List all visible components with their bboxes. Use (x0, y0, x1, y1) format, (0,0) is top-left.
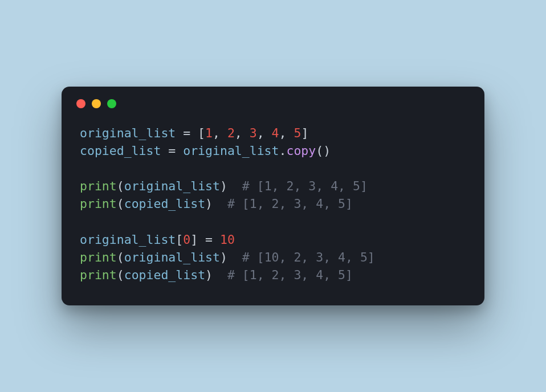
code-token: ) (220, 250, 242, 264)
code-token: 0 (183, 232, 190, 247)
code-token: ) (205, 268, 227, 282)
code-token: # [10, 2, 3, 4, 5] (242, 250, 375, 264)
code-line: print(original_list) # [10, 2, 3, 4, 5] (80, 250, 375, 264)
code-line: copied_list = original_list.copy() (80, 144, 331, 158)
code-token: ] (301, 126, 308, 140)
traffic-light-close-icon[interactable] (76, 99, 85, 108)
code-token: 1 (205, 126, 213, 140)
code-token: print (80, 197, 117, 211)
code-token: 4 (272, 126, 279, 140)
code-token: 5 (294, 126, 301, 140)
code-token: print (80, 268, 117, 282)
code-token: copied_list (124, 197, 205, 211)
traffic-light-zoom-icon[interactable] (107, 99, 116, 108)
window-titlebar (62, 87, 484, 108)
code-token: () (316, 144, 331, 158)
code-line: print(copied_list) # [1, 2, 3, 4, 5] (80, 197, 353, 211)
code-token: = [ (176, 126, 205, 140)
code-line: original_list[0] = 10 (80, 232, 235, 247)
code-token: , (279, 126, 294, 140)
code-token: copy (286, 144, 316, 158)
code-token: original_list (124, 250, 220, 264)
code-token: # [1, 2, 3, 4, 5] (242, 179, 368, 193)
code-token: print (80, 179, 117, 193)
page-background: original_list = [1, 2, 3, 4, 5] copied_l… (0, 0, 546, 392)
code-token: , (257, 126, 272, 140)
code-token: print (80, 250, 117, 264)
code-token: ( (117, 197, 124, 211)
code-token: ( (117, 250, 124, 264)
code-token: ) (220, 179, 242, 193)
traffic-light-minimize-icon[interactable] (92, 99, 101, 108)
code-line: print(copied_list) # [1, 2, 3, 4, 5] (80, 268, 353, 282)
code-window: original_list = [1, 2, 3, 4, 5] copied_l… (62, 87, 484, 306)
code-token: 3 (250, 126, 257, 140)
code-token: = (161, 144, 183, 158)
code-token: original_list (80, 126, 176, 140)
code-token: ) (205, 197, 227, 211)
code-block: original_list = [1, 2, 3, 4, 5] copied_l… (62, 108, 484, 292)
code-token: [ (176, 232, 183, 247)
code-token: , (213, 126, 227, 140)
code-token: ] = (190, 232, 220, 247)
code-token: original_list (183, 144, 279, 158)
code-token: 10 (220, 232, 235, 247)
code-token: copied_list (124, 268, 205, 282)
code-token: # [1, 2, 3, 4, 5] (227, 197, 353, 211)
code-token: 2 (227, 126, 235, 140)
code-line: print(original_list) # [1, 2, 3, 4, 5] (80, 179, 368, 193)
code-token: ( (117, 179, 124, 193)
code-line: original_list = [1, 2, 3, 4, 5] (80, 126, 308, 140)
code-token: copied_list (80, 144, 161, 158)
code-token: , (235, 126, 250, 140)
code-token: . (279, 144, 287, 158)
code-token: ( (117, 268, 124, 282)
code-token: # [1, 2, 3, 4, 5] (227, 268, 353, 282)
code-token: original_list (80, 232, 176, 247)
code-token: original_list (124, 179, 220, 193)
